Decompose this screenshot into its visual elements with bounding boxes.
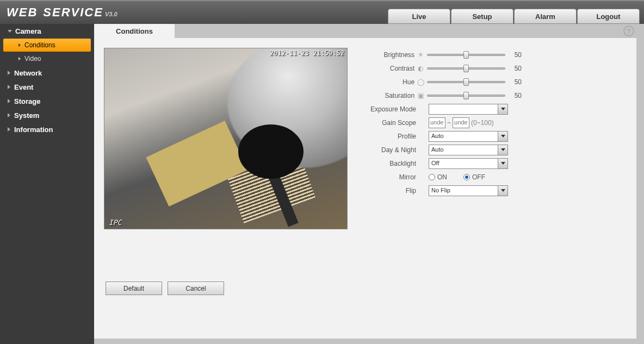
profile-value: Auto [429,132,498,141]
tab-live[interactable]: Live [388,9,450,24]
radio-label: OFF [472,173,485,181]
hue-label: Hue [358,78,417,86]
flip-label: Flip [358,187,418,195]
exposure-mode-select[interactable] [429,104,508,115]
chevron-down-icon [498,159,507,168]
backlight-value: Off [429,159,498,168]
chevron-right-icon [8,99,10,103]
logo-version: V3.0 [105,11,117,17]
tab-alarm[interactable]: Alarm [514,9,577,24]
controls: Brightness ☀ 50 Contrast ◐ 50 Hue ◯ 50 [358,48,522,329]
gain-scope-from[interactable]: unde [429,117,445,128]
mirror-label: Mirror [358,173,418,181]
chevron-down-icon [498,132,507,141]
brightness-value: 50 [509,51,522,59]
day-night-select[interactable]: Auto [429,145,508,155]
sidebar-item-system[interactable]: System [0,108,94,122]
day-night-label: Day & Night [358,146,418,154]
sidebar-item-label: System [14,111,39,120]
contrast-label: Contrast [358,65,417,72]
day-night-value: Auto [429,145,498,155]
tab-conditions[interactable]: Conditions [94,24,175,38]
chevron-down-icon [498,145,507,155]
gain-scope-hint: (0~100) [471,119,494,127]
brightness-label: Brightness [358,51,417,59]
gain-scope-label: Gain Scope [358,119,418,127]
flip-select[interactable]: No Flip [429,185,508,196]
chevron-down-icon [498,104,507,114]
sidebar-item-label: Video [24,55,41,62]
sidebar-item-label: Camera [15,27,41,35]
content-area: Conditions ? 2012-11-23 21:59:52 IPC [94,24,644,344]
profile-label: Profile [358,133,418,140]
header-bar: WEB SERVICE V3.0 Live Setup Alarm Logout [0,0,644,24]
sidebar-item-information[interactable]: Information [0,122,94,136]
preview-scene [104,48,347,229]
radio-label: ON [437,173,447,181]
chevron-down-icon [8,30,12,33]
saturation-value: 50 [509,92,522,99]
tab-setup[interactable]: Setup [451,9,513,24]
sidebar-item-network[interactable]: Network [0,66,94,80]
hue-slider[interactable] [427,78,505,86]
sidebar-item-label: Event [14,83,33,91]
backlight-label: Backlight [358,160,418,167]
chevron-right-icon [8,113,10,117]
sidebar-item-event[interactable]: Event [0,80,94,94]
gain-scope-to[interactable]: unde [453,117,469,128]
mirror-radio-off[interactable]: OFF [463,173,485,181]
contrast-value: 50 [509,65,522,72]
help-icon[interactable]: ? [623,26,634,36]
hue-icon: ◯ [417,78,425,86]
settings-panel: 2012-11-23 21:59:52 IPC Brightness ☀ 50 … [94,38,636,339]
chevron-right-icon [18,43,21,47]
tab-strip: Conditions [94,24,644,38]
preview-timestamp: 2012-11-23 21:59:52 [270,49,344,57]
cancel-button[interactable]: Cancel [168,282,224,295]
mirror-radio-on[interactable]: ON [429,173,447,181]
contrast-icon: ◐ [417,64,425,72]
chevron-right-icon [8,85,10,89]
brightness-slider[interactable] [427,51,505,59]
logo-service: SERVICE [43,5,103,20]
profile-select[interactable]: Auto [429,131,508,142]
saturation-icon: ▣ [417,91,425,99]
logo-web: WEB [7,5,38,20]
nav-tabs: Live Setup Alarm Logout [387,9,640,24]
sidebar-item-label: Information [14,126,53,134]
brightness-icon: ☀ [417,51,425,59]
sidebar-item-label: Network [14,69,42,77]
backlight-select[interactable]: Off [429,158,508,169]
flip-value: No Flip [429,186,498,196]
chevron-down-icon [498,186,507,196]
video-preview: 2012-11-23 21:59:52 IPC [104,48,348,229]
sidebar-item-label: Conditions [24,41,55,49]
preview-label: IPC [109,218,121,227]
saturation-label: Saturation [358,92,417,99]
exposure-mode-label: Exposure Mode [358,105,418,113]
gain-scope-sep: ~ [447,119,451,127]
saturation-slider[interactable] [427,91,505,100]
sidebar-item-camera[interactable]: Camera [0,24,94,38]
logo: WEB SERVICE V3.0 [4,5,117,20]
sidebar-item-conditions[interactable]: Conditions [3,39,91,52]
sidebar-item-storage[interactable]: Storage [0,94,94,108]
chevron-right-icon [8,71,10,75]
exposure-mode-value [429,104,498,114]
sidebar: Camera Conditions Video Network Event St… [0,24,94,344]
hue-value: 50 [509,78,522,86]
chevron-right-icon [18,57,21,60]
sidebar-item-label: Storage [14,97,40,105]
sidebar-item-video[interactable]: Video [3,52,91,65]
chevron-right-icon [8,127,10,132]
tab-logout[interactable]: Logout [577,9,640,24]
contrast-slider[interactable] [427,64,505,73]
default-button[interactable]: Default [106,282,162,295]
